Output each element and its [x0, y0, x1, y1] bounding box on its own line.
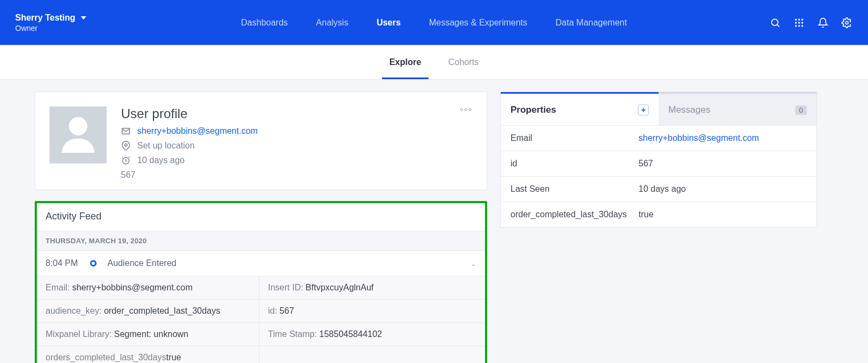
top-bar: Sherry Testing Owner Dashboards Analysis…	[0, 0, 868, 45]
svg-point-13	[125, 144, 127, 146]
svg-point-8	[795, 25, 797, 27]
detail-cell: orders_completed_last_30daystrue	[37, 346, 259, 363]
more-menu[interactable]	[460, 108, 471, 111]
avatar	[49, 106, 107, 164]
event-dot-icon	[90, 260, 97, 267]
event-details-table: Email: sherry+bobbins@segment.com Insert…	[37, 276, 485, 363]
svg-line-1	[777, 24, 780, 27]
nav-users[interactable]: Users	[376, 18, 400, 28]
nav-messages[interactable]: Messages & Experiments	[429, 18, 527, 28]
profile-id: 567	[121, 170, 136, 180]
main-nav: Dashboards Analysis Users Messages & Exp…	[241, 18, 627, 28]
detail-cell: Mixpanel Library: Segment: unknown	[37, 323, 259, 346]
mail-icon	[121, 126, 131, 136]
project-name: Sherry Testing	[15, 13, 75, 23]
activity-event-row[interactable]: 8:04 PM Audience Entered ⌄	[37, 251, 485, 276]
activity-title: Activity Feed	[37, 203, 485, 231]
property-row[interactable]: Last Seen 10 days ago	[501, 176, 816, 202]
nav-data-management[interactable]: Data Management	[556, 18, 627, 28]
search-icon[interactable]	[769, 17, 781, 29]
tab-messages[interactable]: Messages 0	[659, 92, 816, 125]
tab-label: Properties	[510, 105, 556, 115]
tab-cohorts[interactable]: Cohorts	[448, 45, 478, 79]
svg-point-9	[798, 25, 800, 27]
svg-point-2	[795, 18, 797, 20]
activity-feed-card: Activity Feed THURSDAY, MARCH 19, 2020 8…	[35, 201, 487, 363]
property-row[interactable]: Email sherry+bobbins@segment.com	[501, 125, 816, 151]
profile-last-seen: 10 days ago	[137, 155, 184, 165]
svg-point-3	[798, 18, 800, 20]
plus-icon[interactable]: +	[638, 105, 649, 115]
detail-cell: Email: sherry+bobbins@segment.com	[37, 276, 259, 300]
property-row[interactable]: order_completed_last_30days true	[501, 202, 816, 227]
svg-point-6	[798, 22, 800, 23]
event-name: Audience Entered	[107, 258, 459, 268]
detail-cell: Insert ID: BftvpxcuyAglnAuf	[259, 276, 485, 300]
bell-icon[interactable]	[817, 17, 829, 29]
user-role: Owner	[15, 24, 86, 33]
clock-icon	[121, 155, 131, 165]
svg-point-7	[801, 22, 803, 23]
nav-dashboards[interactable]: Dashboards	[241, 18, 288, 28]
detail-cell: audience_key: order_completed_last_30day…	[37, 300, 259, 323]
profile-email[interactable]: sherry+bobbins@segment.com	[137, 126, 258, 136]
user-profile-card: User profile sherry+bobbins@segment.com …	[35, 92, 487, 190]
tab-properties[interactable]: Properties +	[501, 92, 659, 125]
chevron-down-icon: ⌄	[470, 260, 476, 268]
tab-explore[interactable]: Explore	[390, 45, 422, 79]
profile-location[interactable]: Set up location	[137, 141, 195, 151]
detail-cell: id: 567	[259, 300, 485, 323]
svg-point-10	[801, 25, 803, 27]
svg-point-5	[795, 22, 797, 23]
side-panel: Properties + Messages 0 Email sherry+bob…	[500, 92, 817, 228]
gear-icon[interactable]	[841, 17, 853, 29]
activity-date-header: THURSDAY, MARCH 19, 2020	[37, 231, 485, 251]
location-icon	[121, 141, 131, 151]
detail-cell: Time Stamp: 1585045844102	[259, 323, 485, 346]
apps-icon[interactable]	[793, 17, 805, 29]
project-selector[interactable]: Sherry Testing Owner	[15, 13, 86, 33]
svg-point-0	[771, 19, 778, 25]
tab-label: Messages	[668, 105, 710, 115]
svg-point-11	[846, 21, 848, 24]
sub-nav: Explore Cohorts	[0, 45, 868, 80]
nav-analysis[interactable]: Analysis	[316, 18, 349, 28]
messages-count: 0	[795, 106, 807, 115]
svg-point-4	[801, 18, 803, 20]
detail-cell	[259, 346, 485, 363]
property-row[interactable]: id 567	[501, 151, 816, 176]
event-time: 8:04 PM	[46, 258, 79, 268]
topbar-actions	[769, 17, 853, 29]
caret-down-icon	[81, 16, 86, 20]
profile-title: User profile	[121, 106, 258, 121]
